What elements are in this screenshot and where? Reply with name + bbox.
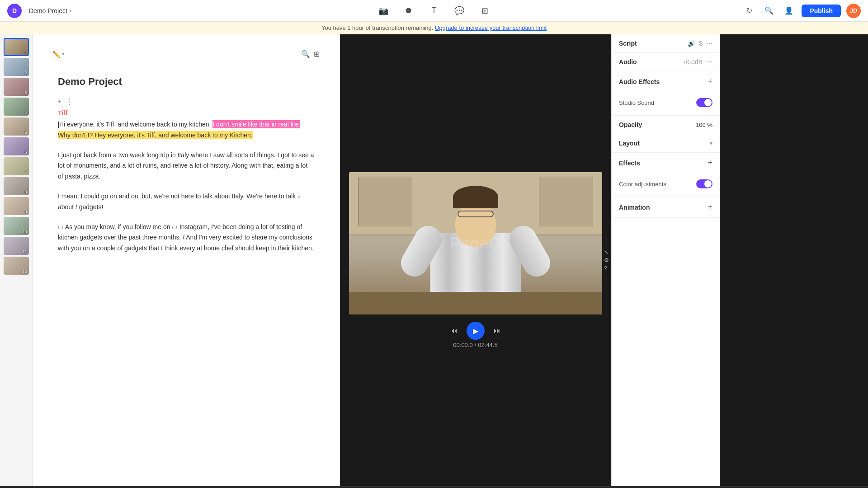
- thumb-item[interactable]: 10: [4, 217, 29, 235]
- effects-body: Color adjustments: [612, 173, 720, 197]
- refresh-icon[interactable]: ↻: [742, 4, 756, 18]
- watermark: PageG: [449, 234, 501, 253]
- layout-section-header[interactable]: Layout ▾: [612, 134, 720, 152]
- layout-collapse-icon: ▾: [710, 140, 712, 146]
- script-layout-icon[interactable]: ⊞: [314, 50, 320, 58]
- audio-section-header[interactable]: Audio +0.0dB ⋯: [612, 53, 720, 71]
- audio-section: Audio +0.0dB ⋯: [612, 53, 720, 71]
- record-tool-icon[interactable]: ⏺: [401, 4, 416, 18]
- upgrade-link[interactable]: Upgrade to increase your transcription l…: [435, 24, 547, 31]
- transcript-block-2: I just got back from a two week long tri…: [58, 150, 314, 182]
- opacity-value: 100 %: [696, 122, 712, 128]
- add-segment-btn[interactable]: +: [58, 99, 61, 105]
- user-icon[interactable]: 👤: [782, 4, 796, 18]
- script-section-header[interactable]: Script 🔊 $ ⋯: [612, 34, 720, 52]
- effects-section: Effects + Color adjustments: [612, 153, 720, 197]
- color-adjustments-label: Color adjustments: [619, 181, 666, 188]
- audio-effects-section: Audio Effects + Studio Sound: [612, 71, 720, 116]
- segment-options[interactable]: ⋮: [66, 97, 74, 107]
- thumb-item[interactable]: 5: [4, 117, 29, 136]
- publish-button[interactable]: Publish: [802, 5, 841, 17]
- comment-tool-icon[interactable]: 💬: [452, 4, 467, 18]
- avatar: JD: [846, 4, 861, 18]
- skip-forward-button[interactable]: ⏭: [490, 324, 505, 338]
- effects-section-header[interactable]: Effects +: [612, 153, 720, 173]
- thumb-item[interactable]: 3: [4, 78, 29, 96]
- speaker-label: Tiff: [58, 109, 314, 117]
- play-button[interactable]: ▶: [467, 322, 485, 340]
- thumb-item[interactable]: 8: [4, 177, 29, 195]
- more-icon: ⋯: [706, 40, 712, 47]
- music-icon-3: / ♪: [172, 224, 178, 230]
- highlight-pink-text: I don't smile like that in real life.: [212, 120, 300, 128]
- search-icon[interactable]: 🔍: [762, 4, 776, 18]
- right-toolbar: ↻ 🔍 👤 Publish JD: [742, 4, 861, 18]
- script-section-title: Script: [619, 40, 637, 47]
- camera-tool-icon[interactable]: 📷: [376, 4, 391, 18]
- edit-tool[interactable]: ✏️ ▾: [52, 51, 65, 58]
- transcript-block-3: I mean, I could go on and on, but, we're…: [58, 191, 314, 213]
- audio-icon: 🔊: [688, 40, 695, 47]
- settings-icon[interactable]: ⚙: [604, 257, 609, 263]
- right-panel: Script 🔊 $ ⋯ Audio +0.0dB ⋯ Audio Eff: [611, 34, 720, 486]
- thumb-item[interactable]: 4: [4, 98, 29, 116]
- animation-section-title: Animation: [619, 204, 650, 211]
- studio-sound-toggle[interactable]: [696, 98, 712, 107]
- script-search-icon[interactable]: 🔍: [301, 50, 310, 58]
- effects-section-title: Effects: [619, 160, 640, 167]
- dollar-icon: $: [699, 40, 703, 47]
- transcript-block-1: Hi everyone, it's Tiff, and welcome back…: [58, 119, 314, 141]
- question-icon[interactable]: ?: [604, 265, 609, 272]
- animation-section-header[interactable]: Animation +: [612, 197, 720, 217]
- script-toolbar: ✏️ ▾ 🔍 ⊞: [47, 45, 325, 63]
- text-tool-icon[interactable]: T: [427, 4, 441, 18]
- notification-bar: You have 1 hour of transcription remaini…: [0, 22, 868, 34]
- audio-effects-add-icon[interactable]: +: [708, 77, 712, 86]
- color-adjustments-row: Color adjustments: [619, 177, 712, 191]
- expand-icon[interactable]: ⤡: [604, 249, 609, 255]
- script-section: Script 🔊 $ ⋯: [612, 34, 720, 53]
- layout-section-title: Layout: [619, 140, 640, 147]
- audio-value: +0.0dB: [682, 58, 703, 66]
- music-icon-2: / ♪: [58, 224, 64, 230]
- audio-effects-header[interactable]: Audio Effects +: [612, 71, 720, 92]
- thumb-item[interactable]: 1: [4, 38, 29, 56]
- thumb-item[interactable]: 7: [4, 157, 29, 175]
- kitchen-scene-bg: PageG: [349, 172, 602, 314]
- script-panel: ✏️ ▾ 🔍 ⊞ Demo Project + ⋮ Tiff Hi everyo…: [33, 34, 340, 486]
- video-preview: PageG: [349, 172, 602, 314]
- studio-sound-row: Studio Sound: [619, 95, 712, 110]
- audio-effects-body: Studio Sound: [612, 92, 720, 115]
- audio-effects-title: Audio Effects: [619, 78, 660, 85]
- topbar: D Demo Project ▾ 📷 ⏺ T 💬 ⊞ ↻ 🔍 👤 Publish…: [0, 0, 868, 22]
- thumb-item[interactable]: 2: [4, 58, 29, 76]
- video-panel: PageG ⏮ ▶ ⏭ 00:00.0 / 02:44.5 ⤡ ⚙ ?: [340, 34, 611, 486]
- center-toolbar: 📷 ⏺ T 💬 ⊞: [376, 4, 492, 18]
- thumb-item[interactable]: 9: [4, 197, 29, 215]
- project-name: Demo Project: [58, 76, 314, 88]
- total-time: 02:44.5: [478, 342, 497, 348]
- current-time: 00:00.0: [453, 342, 472, 348]
- opacity-section-header: Opacity 100 %: [612, 116, 720, 134]
- animation-add-icon[interactable]: +: [708, 202, 712, 212]
- thumb-item[interactable]: 12: [4, 257, 29, 275]
- project-title[interactable]: Demo Project ▾: [29, 7, 71, 14]
- effects-add-icon[interactable]: +: [708, 158, 712, 168]
- skip-back-button[interactable]: ⏮: [447, 324, 461, 338]
- opacity-section: Opacity 100 %: [612, 116, 720, 134]
- audio-section-title: Audio: [619, 58, 637, 66]
- app-logo: D: [7, 4, 22, 18]
- thumbnail-sidebar: 1 2 3 4 5 6 7 8 9 10 11: [0, 34, 33, 486]
- color-adjustments-toggle[interactable]: [696, 179, 712, 188]
- audio-more-icon: ⋯: [706, 58, 712, 66]
- project-chevron: ▾: [69, 8, 71, 13]
- layout-section: Layout ▾: [612, 134, 720, 153]
- cursor: [58, 122, 59, 128]
- thumb-item[interactable]: 11: [4, 237, 29, 255]
- main-layout: 1 2 3 4 5 6 7 8 9 10 11: [0, 34, 868, 486]
- animation-section: Animation +: [612, 197, 720, 218]
- grid-tool-icon[interactable]: ⊞: [477, 4, 492, 18]
- thumb-item[interactable]: 6: [4, 137, 29, 155]
- transcript-block-4: / ♪ As you may know, if you follow me on…: [58, 222, 314, 254]
- music-icon-1: ♪: [297, 193, 300, 200]
